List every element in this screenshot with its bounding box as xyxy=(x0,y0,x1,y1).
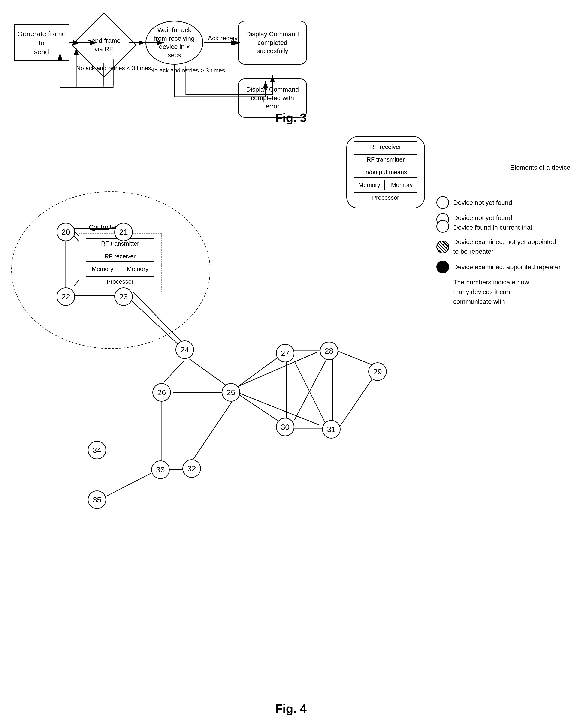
legend-text-half: Device not yet foundDevice found in curr… xyxy=(453,213,532,232)
fig4-area: RF receiver RF transmitter in/output mea… xyxy=(7,134,575,720)
svg-line-36 xyxy=(106,473,151,496)
controller-box: RF transmitter RF receiver Memory Memory… xyxy=(78,233,161,292)
no-ack-lt3-label: No ack and retries < 3 times xyxy=(76,64,151,72)
svg-line-30 xyxy=(337,351,372,365)
page: Generate frame to send Send frame via RF… xyxy=(0,0,583,728)
wait-ack-box: Wait for ack from receiving device in x … xyxy=(146,21,203,64)
svg-line-29 xyxy=(295,361,326,423)
svg-line-16 xyxy=(124,293,180,346)
processor-label: Processor xyxy=(354,192,417,203)
ctrl-rf-receiver: RF receiver xyxy=(86,251,154,262)
node-20: 20 xyxy=(56,223,75,241)
node-31: 31 xyxy=(322,420,340,439)
send-frame-diamond: Send frame via RF xyxy=(78,20,129,70)
ctrl-processor: Processor xyxy=(86,276,154,287)
svg-line-25 xyxy=(192,401,232,462)
legend-item-empty: Device not yet found xyxy=(436,196,570,209)
legend-item-numbers: The numbers indicate howmany devices it … xyxy=(436,278,570,307)
svg-line-31 xyxy=(295,359,327,420)
legend-text-hatched: Device examined, not yet appointedto be … xyxy=(453,237,556,256)
display-success-box: Display Command completed succesfully xyxy=(238,21,307,64)
svg-line-21 xyxy=(238,356,281,387)
rf-receiver-label: RF receiver xyxy=(354,141,417,152)
fig4-label: Fig. 4 xyxy=(275,702,307,716)
svg-line-19 xyxy=(164,361,183,382)
node-28: 28 xyxy=(320,342,338,360)
node-25: 25 xyxy=(222,383,240,401)
legend-item-filled: Device examined, appointed repeater xyxy=(436,261,570,273)
fig3-label: Fig. 3 xyxy=(275,111,307,125)
node-26: 26 xyxy=(152,383,171,401)
node-24: 24 xyxy=(176,340,194,359)
memory1-label: Memory xyxy=(354,180,385,190)
legend-item-half: Device not yet foundDevice found in curr… xyxy=(436,213,570,232)
generate-frame-box: Generate frame to send xyxy=(14,24,69,61)
no-ack-gt3-label: No ack and retries > 3 times xyxy=(150,67,225,74)
elements-label: Elements of a device xyxy=(510,164,570,171)
device-elements-box: RF receiver RF transmitter in/output mea… xyxy=(346,136,425,208)
rf-transmitter-label: RF transmitter xyxy=(354,154,417,165)
node-35: 35 xyxy=(88,491,106,509)
svg-line-18 xyxy=(189,359,226,386)
node-32: 32 xyxy=(182,459,201,478)
ctrl-memory1: Memory xyxy=(86,264,119,275)
node-27: 27 xyxy=(276,344,295,362)
in-output-label: in/output means xyxy=(354,167,417,178)
memory2-label: Memory xyxy=(386,180,417,190)
controller-arrow xyxy=(76,224,122,238)
legend-circle-filled xyxy=(436,261,449,273)
legend-text-empty: Device not yet found xyxy=(453,199,512,206)
svg-line-23 xyxy=(239,395,281,422)
fig3-area: Generate frame to send Send frame via RF… xyxy=(7,7,575,127)
legend-item-hatched: Device examined, not yet appointedto be … xyxy=(436,237,570,256)
legend-text-filled: Device examined, appointed repeater xyxy=(453,263,561,271)
node-22: 22 xyxy=(56,287,75,306)
legend-circle-empty xyxy=(436,196,449,209)
node-23: 23 xyxy=(114,287,133,306)
node-34: 34 xyxy=(88,441,106,459)
node-33: 33 xyxy=(151,461,170,479)
svg-line-33 xyxy=(339,376,374,427)
legend-text-numbers: The numbers indicate howmany devices it … xyxy=(453,278,529,307)
node-30: 30 xyxy=(276,418,295,436)
ctrl-memory2: Memory xyxy=(121,264,154,275)
legend-circle-hatched xyxy=(436,240,449,253)
node-29: 29 xyxy=(368,362,387,381)
legend: Device not yet found Device not yet foun… xyxy=(436,196,570,311)
